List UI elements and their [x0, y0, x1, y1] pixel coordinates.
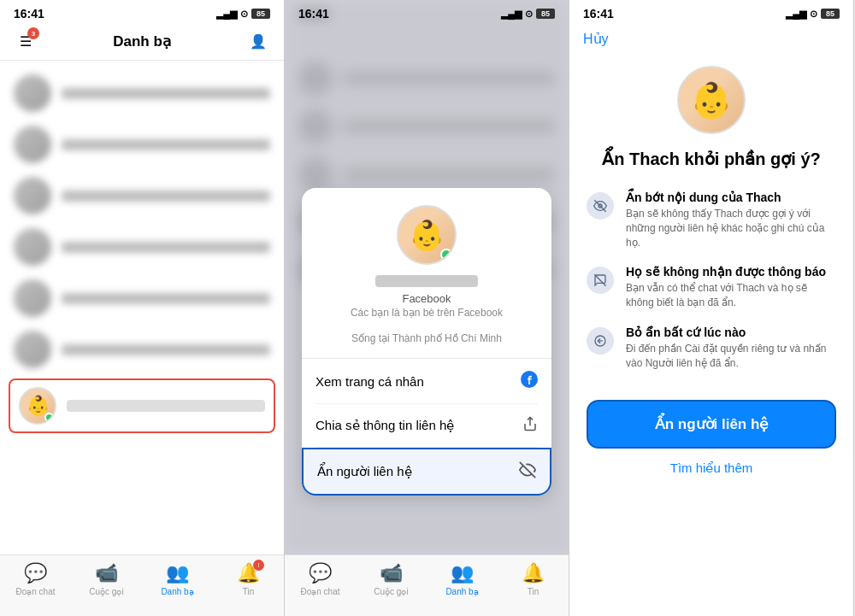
action-area: Ẩn người liên hệ Tìm hiểu thêm — [569, 386, 853, 476]
tab-contacts[interactable]: 👥 Danh bạ — [142, 562, 213, 596]
contacts-header: ☰ 3 Danh bạ 👤 — [0, 24, 284, 61]
signal-icon-2: ▂▄▆ — [501, 9, 522, 20]
tab2-news-icon: 🔔 — [522, 562, 545, 584]
blur-name-6 — [62, 344, 270, 355]
tab2-contacts[interactable]: 👥 Danh bạ — [427, 562, 498, 596]
blurred-contact-1 — [0, 67, 284, 119]
blur-avatar-4 — [14, 228, 51, 266]
status-icons-1: ▂▄▆ ⊙ 85 — [216, 9, 270, 20]
hide-eye-icon — [519, 461, 536, 482]
tab-bar-1: 💬 Đoạn chat 📹 Cuộc gọi 👥 Danh bạ 🔔 ! Tin — [0, 554, 284, 616]
contacts-tab-label: Danh bạ — [161, 587, 193, 596]
card-sub: Các bạn là bạn bè trên Facebook — [315, 307, 538, 319]
status-bar-3: 16:41 ▂▄▆ ⊙ 85 — [569, 0, 853, 24]
news-tab-icon: 🔔 ! — [237, 562, 260, 584]
tab2-calls-icon: 📹 — [380, 562, 403, 584]
status-icons-3: ▂▄▆ ⊙ 85 — [786, 9, 840, 20]
contact-name-blur — [67, 400, 265, 412]
blur-avatar-1 — [14, 74, 51, 112]
info-text-1: Ẩn bớt nội dung của Thach Bạn sẽ không t… — [626, 191, 836, 249]
info-item-1: Ẩn bớt nội dung của Thach Bạn sẽ không t… — [587, 191, 836, 249]
tab2-contacts-label: Danh bạ — [445, 587, 478, 596]
share-icon — [522, 416, 538, 435]
tab2-calls-label: Cuộc gọi — [374, 587, 408, 596]
contacts-tab-icon: 👥 — [166, 562, 189, 584]
info-title-3: Bỏ ẩn bất cứ lúc nào — [626, 326, 836, 339]
status-bar-1: 16:41 ▂▄▆ ⊙ 85 — [0, 0, 284, 24]
cancel-label: Hủy — [583, 32, 609, 46]
phone-3: 16:41 ▂▄▆ ⊙ 85 Hủy 👶 Ẩn Thach khỏi phần … — [569, 0, 854, 616]
blur-name-4 — [62, 242, 270, 253]
contact-avatar-baby: 👶 — [19, 387, 56, 425]
card-source: Facebook — [315, 292, 538, 305]
menu-label-share: Chia sẻ thông tin liên hệ — [315, 418, 454, 433]
online-indicator — [44, 413, 54, 422]
contacts-list: 👶 — [0, 61, 284, 443]
card-name-blur — [375, 275, 478, 287]
blur-avatar-2 — [14, 126, 51, 163]
menu-icon-button[interactable]: ☰ 3 — [14, 29, 38, 53]
info-icon-1 — [587, 192, 614, 220]
card-avatar: 👶 — [397, 205, 457, 265]
card-avatar-area: 👶 — [315, 205, 538, 265]
tab-bar-2: 💬 Đoạn chat 📹 Cuộc gọi 👥 Danh bạ 🔔 Tin — [285, 554, 569, 616]
card-baby-emoji: 👶 — [409, 218, 445, 252]
add-contact-button[interactable]: 👤 — [246, 29, 270, 53]
info-text-2: Họ sẽ không nhận được thông báo Bạn vẫn … — [626, 265, 836, 310]
battery-1: 85 — [251, 9, 270, 19]
blurred-contact-6 — [0, 324, 284, 375]
blurred-contact-3 — [0, 170, 284, 221]
info-text-3: Bỏ ẩn bất cứ lúc nào Đi đến phần Cài đặt… — [626, 326, 836, 371]
status-bar-2: 16:41 ▂▄▆ ⊙ 85 — [285, 0, 569, 24]
phone-2: 16:41 16 — [285, 0, 569, 616]
tab-chat[interactable]: 💬 Đoạn chat — [0, 562, 71, 596]
calls-tab-label: Cuộc gọi — [89, 587, 123, 596]
calls-tab-icon: 📹 — [95, 562, 118, 584]
tab2-chat-label: Đoạn chat — [300, 587, 339, 596]
blur-name-5 — [62, 293, 270, 304]
news-tab-label: Tin — [243, 587, 255, 596]
time-2: 16:41 — [298, 7, 329, 21]
menu-label-hide: Ẩn người liên hệ — [317, 464, 412, 479]
blur-name-1 — [62, 88, 270, 99]
phone-1: 16:41 ▂▄▆ ⊙ 85 ☰ 3 Danh bạ 👤 — [0, 0, 285, 616]
wifi-icon-2: ⊙ — [525, 9, 533, 20]
hide-contact-button[interactable]: Ẩn người liên hệ — [587, 400, 836, 449]
menu-item-hide[interactable]: Ẩn người liên hệ — [302, 448, 551, 496]
wifi-icon-3: ⊙ — [810, 9, 817, 20]
dialog-baby-emoji: 👶 — [690, 80, 733, 120]
dialog-content: 👶 Ẩn Thach khỏi phần gợi ý? Ẩn bớt nội d… — [569, 66, 853, 371]
tab2-news[interactable]: 🔔 Tin — [498, 562, 569, 596]
blurred-contact-4 — [0, 221, 284, 273]
tab2-chat-icon: 💬 — [309, 562, 332, 584]
chat-tab-label: Đoạn chat — [15, 587, 55, 596]
cancel-button[interactable]: Hủy — [569, 24, 853, 57]
dialog-avatar: 👶 — [677, 66, 746, 134]
add-contact-icon: 👤 — [250, 33, 267, 50]
learn-more-link[interactable]: Tìm hiểu thêm — [587, 461, 836, 476]
dialog-avatar-wrap: 👶 — [587, 66, 836, 134]
menu-label-profile: Xem trang cá nhân — [315, 374, 424, 389]
highlighted-contact[interactable]: 👶 — [9, 378, 275, 433]
battery-2: 85 — [536, 9, 555, 19]
blurred-contact-5 — [0, 273, 284, 324]
blur-avatar-5 — [14, 279, 51, 317]
blur-avatar-3 — [14, 177, 51, 214]
menu-item-profile[interactable]: Xem trang cá nhân — [315, 359, 538, 404]
time-3: 16:41 — [583, 7, 614, 21]
wifi-icon: ⊙ — [240, 9, 248, 20]
battery-3: 85 — [821, 9, 840, 19]
menu-item-share[interactable]: Chia sẻ thông tin liên hệ — [315, 404, 538, 448]
info-title-1: Ẩn bớt nội dung của Thach — [626, 191, 836, 204]
dialog-title: Ẩn Thach khỏi phần gợi ý? — [587, 148, 836, 170]
info-item-3: Bỏ ẩn bất cứ lúc nào Đi đến phần Cài đặt… — [587, 326, 836, 371]
facebook-icon — [521, 371, 538, 391]
tab-news[interactable]: 🔔 ! Tin — [213, 562, 284, 596]
news-badge: ! — [253, 560, 264, 571]
status-icons-2: ▂▄▆ ⊙ 85 — [501, 9, 555, 20]
tab-calls[interactable]: 📹 Cuộc gọi — [71, 562, 142, 596]
tab2-calls[interactable]: 📹 Cuộc gọi — [356, 562, 427, 596]
info-desc-3: Đi đến phần Cài đặt quyền riêng tư và nh… — [626, 342, 836, 371]
tab2-chat[interactable]: 💬 Đoạn chat — [285, 562, 356, 596]
info-icon-2 — [587, 267, 614, 294]
